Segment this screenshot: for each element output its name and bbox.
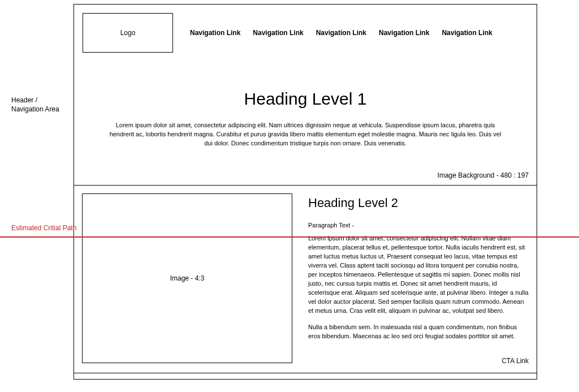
critical-path-line <box>0 236 579 238</box>
logo-placeholder[interactable]: Logo <box>83 13 173 53</box>
nav-link[interactable]: Navigation Link <box>316 29 366 37</box>
body-paragraph-2: Nulla a bibendum sem. In malesuada nisl … <box>308 323 529 341</box>
nav-link[interactable]: Navigation Link <box>253 29 303 37</box>
heading-level-2: Heading Level 2 <box>308 196 529 210</box>
heading-level-1: Heading Level 1 <box>83 89 528 109</box>
wireframe-frame: Logo Navigation Link Navigation Link Nav… <box>74 4 537 380</box>
header-section: Logo Navigation Link Navigation Link Nav… <box>74 5 537 186</box>
intro-paragraph: Lorem ipsum dolor sit amet, consectetur … <box>107 121 503 148</box>
body-paragraph-1: Lorem ipsum dolor sit amet, consectetur … <box>308 234 529 315</box>
next-section-stub <box>74 373 537 379</box>
image-placeholder: Image - 4:3 <box>82 193 292 363</box>
content-section: Image - 4:3 Heading Level 2 Paragraph Te… <box>74 186 537 373</box>
nav-link[interactable]: Navigation Link <box>190 29 240 37</box>
nav-link[interactable]: Navigation Link <box>379 29 429 37</box>
cta-link[interactable]: CTA Link <box>308 357 529 365</box>
annotation-header-area: Header / Navigation Area <box>11 96 59 114</box>
paragraph-tag-label: Paragraph Text - <box>308 222 529 229</box>
annotation-critical-path: Estimated Critial Path <box>11 224 76 232</box>
nav-links: Navigation Link Navigation Link Navigati… <box>190 29 492 37</box>
image-background-label: Image Background - 480 : 197 <box>438 171 529 179</box>
nav-link[interactable]: Navigation Link <box>442 29 492 37</box>
